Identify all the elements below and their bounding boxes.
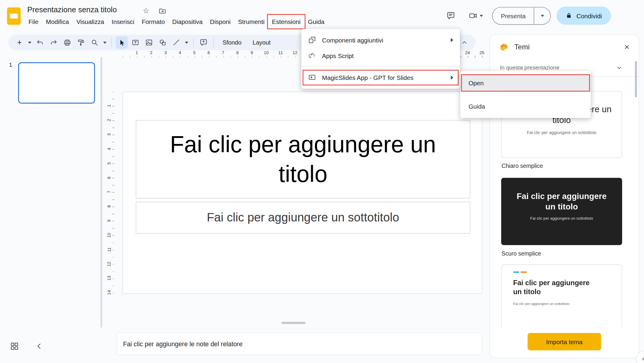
new-slide-button[interactable]: +: [13, 36, 25, 48]
move-to-folder-icon[interactable]: [158, 7, 166, 15]
insert-image-button[interactable]: [143, 36, 155, 48]
toolbar-divider: [193, 38, 193, 47]
palette-icon: [499, 42, 509, 52]
slide-thumbnail[interactable]: [18, 62, 95, 104]
close-icon[interactable]: ×: [624, 42, 630, 51]
theme-preview-subtitle: Fai clic per aggiungere un sottotitolo: [501, 130, 622, 135]
themes-panel-scrollbar[interactable]: [635, 61, 637, 97]
zoom-button[interactable]: [88, 36, 101, 48]
toolbar-divider: [213, 38, 214, 47]
menu-item-magicslides[interactable]: MagicSlides App - GPT for Slides: [301, 70, 460, 85]
apps-script-icon: [308, 51, 316, 60]
share-button[interactable]: Condividi: [557, 7, 611, 25]
menu-modifica[interactable]: Modifica: [42, 17, 73, 27]
print-button[interactable]: [61, 36, 73, 48]
submenu-item-guida[interactable]: Guida: [460, 97, 591, 115]
toolbar-divider: [111, 38, 112, 47]
present-split-button: Presenta: [492, 7, 551, 25]
extensions-dropdown-menu: Componenti aggiuntivi Apps Script MagicS…: [301, 29, 460, 89]
comment-history-button[interactable]: [443, 7, 459, 24]
menu-diapositiva[interactable]: Diapositiva: [169, 17, 206, 27]
themes-section-label: In questa presentazione: [500, 64, 560, 71]
add-ons-icon: [308, 36, 316, 44]
document-title[interactable]: Presentazione senza titolo: [27, 5, 117, 14]
slides-app-icon-page: [10, 14, 18, 19]
subtitle-placeholder[interactable]: Fai clic per aggiungere un sottotitolo: [136, 202, 470, 233]
new-slide-options-button[interactable]: [27, 36, 33, 48]
grid-view-button[interactable]: [10, 342, 19, 351]
collapse-filmstrip-button[interactable]: [35, 342, 44, 351]
menu-strumenti[interactable]: Strumenti: [234, 17, 268, 27]
chevron-left-icon: [35, 342, 44, 351]
magicslides-submenu: Open Guida: [460, 71, 591, 118]
import-theme-button[interactable]: Importa tema: [528, 333, 601, 350]
line-options-button[interactable]: [184, 36, 190, 48]
slide-canvas: Fai clic per aggiungere un titolo Fai cl…: [123, 92, 482, 294]
redo-button[interactable]: [48, 36, 60, 48]
themes-panel-title: Temi: [514, 43, 530, 51]
background-button[interactable]: Sfondo: [218, 36, 246, 48]
menu-formato[interactable]: Formato: [138, 17, 169, 27]
vertical-ruler-ticks: [112, 92, 114, 294]
menu-disponi[interactable]: Disponi: [206, 17, 234, 27]
join-call-button[interactable]: [465, 11, 487, 20]
grid-view-icon: [10, 342, 19, 351]
submenu-item-label: Guida: [469, 103, 485, 110]
chevron-down-icon: [541, 15, 544, 17]
theme-card[interactable]: Fai clic per aggiungere un titolo Fai cl…: [501, 265, 622, 331]
slides-app-icon[interactable]: [7, 7, 21, 25]
present-options-button[interactable]: [534, 7, 550, 24]
menu-guida[interactable]: Guida: [304, 17, 328, 27]
theme-name: Chiaro semplice: [501, 162, 543, 169]
menu-inserisci[interactable]: Inserisci: [108, 17, 138, 27]
themes-panel-footer: Importa tema: [490, 327, 638, 357]
chevron-up-icon: [461, 39, 468, 46]
menu-item-label: Componenti aggiuntivi: [322, 37, 384, 43]
select-tool-button[interactable]: [116, 36, 128, 48]
menu-bar: File Modifica Visualizza Inserisci Forma…: [25, 17, 328, 27]
menu-divider: [301, 66, 460, 67]
lock-icon: [566, 12, 572, 19]
magicslides-icon: [308, 73, 316, 82]
insert-line-button[interactable]: [170, 36, 182, 48]
cursor-icon: [118, 39, 126, 46]
theme-card-scuro-semplice[interactable]: Fai clic per aggiungere un titolo Fai cl…: [501, 178, 622, 245]
menu-item-componenti-aggiuntivi[interactable]: Componenti aggiuntivi: [301, 32, 460, 48]
theme-accent-dashes: [513, 271, 610, 273]
paint-format-button[interactable]: [75, 36, 87, 48]
zoom-options-button[interactable]: [102, 36, 108, 48]
subtitle-placeholder-text: Fai clic per aggiungere un sottotitolo: [207, 211, 399, 225]
share-button-label: Condividi: [576, 12, 602, 19]
topbar-actions: Presenta Condividi: [443, 7, 611, 25]
star-icon[interactable]: ☆: [143, 6, 149, 15]
themes-panel-header: Temi ×: [490, 35, 639, 60]
menu-visualizza[interactable]: Visualizza: [73, 17, 108, 27]
text-box-button[interactable]: [129, 36, 142, 48]
submenu-arrow-icon: [451, 38, 453, 42]
vertical-ruler: 1234567891011121314: [106, 99, 112, 300]
title-placeholder[interactable]: Fai clic per aggiungere un titolo: [136, 120, 470, 198]
theme-name: Scuro semplice: [501, 250, 541, 257]
present-button[interactable]: Presenta: [493, 12, 534, 19]
menu-item-apps-script[interactable]: Apps Script: [301, 48, 460, 63]
insert-shape-button[interactable]: [157, 36, 169, 48]
theme-preview-subtitle: Fai clic per aggiungere un sottotitolo: [501, 216, 622, 220]
undo-button[interactable]: [34, 36, 46, 48]
insert-comment-button[interactable]: [197, 36, 210, 48]
notes-resize-handle[interactable]: [281, 322, 305, 324]
theme-preview-title: Fai clic per aggiungere un titolo: [513, 279, 600, 297]
menu-file[interactable]: File: [25, 17, 42, 27]
menu-estensioni[interactable]: Estensioni: [268, 17, 304, 27]
speaker-notes[interactable]: Fai clic per aggiungere le note del rela…: [117, 332, 482, 355]
filmstrip-scrollbar[interactable]: [100, 57, 102, 328]
submenu-arrow-icon: [451, 75, 453, 80]
google-slides-window: Presentazione senza titolo ☆ File Modifi…: [0, 0, 644, 363]
speaker-notes-placeholder: Fai clic per aggiungere le note del rela…: [123, 340, 243, 348]
chevron-down-icon: [616, 64, 623, 71]
theme-preview-subtitle: Fai clic per aggiungere un sottotitolo: [513, 302, 610, 306]
layout-button[interactable]: Layout: [248, 36, 275, 48]
slide-number: 1: [9, 62, 12, 68]
teal-dash: [513, 271, 519, 273]
submenu-item-open[interactable]: Open: [460, 74, 591, 92]
hide-menus-button[interactable]: [458, 36, 471, 48]
